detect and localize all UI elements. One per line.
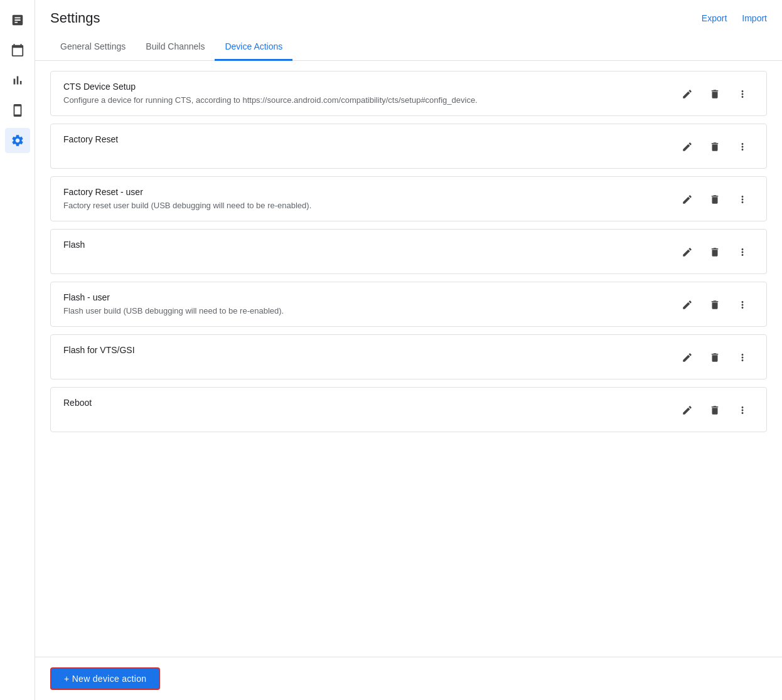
action-card-body: Flash (63, 240, 666, 253)
action-card-title: Reboot (63, 398, 666, 408)
import-link[interactable]: Import (742, 13, 767, 23)
sidebar-item-calendar[interactable] (5, 38, 30, 63)
action-card-body: Flash for VTS/GSI (63, 345, 666, 359)
calendar-icon (11, 43, 24, 57)
action-card-title: Factory Reset - user (63, 187, 666, 197)
action-card-flash: Flash (50, 229, 767, 274)
action-card-title: Factory Reset (63, 134, 666, 144)
pencil-icon (682, 141, 693, 152)
sidebar-item-charts[interactable] (5, 68, 30, 93)
trash-icon (709, 299, 720, 310)
delete-button[interactable] (704, 294, 726, 316)
tabs: General Settings Build Channels Device A… (35, 34, 782, 61)
action-card-controls (676, 134, 754, 158)
trash-icon (709, 247, 720, 258)
action-card-body: Factory Reset - userFactory reset user b… (63, 187, 666, 210)
delete-button[interactable] (704, 346, 726, 369)
header: Settings Export Import (35, 0, 782, 26)
action-card-title: CTS Device Setup (63, 82, 666, 92)
edit-button[interactable] (676, 83, 699, 105)
edit-button[interactable] (676, 241, 699, 263)
more-button[interactable] (731, 346, 754, 369)
content-area: CTS Device SetupConfigure a device for r… (35, 61, 782, 657)
action-card-description: Factory reset user build (USB debugging … (63, 201, 666, 210)
trash-icon (709, 141, 720, 152)
more-button[interactable] (731, 83, 754, 105)
tab-general-settings[interactable]: General Settings (50, 34, 136, 61)
action-card-controls (676, 292, 754, 316)
pencil-icon (682, 405, 693, 416)
action-card-title: Flash - user (63, 292, 666, 302)
action-card-body: CTS Device SetupConfigure a device for r… (63, 82, 666, 105)
settings-icon (11, 134, 24, 147)
reports-icon (11, 13, 24, 27)
delete-button[interactable] (704, 135, 726, 158)
header-actions: Export Import (702, 13, 767, 23)
delete-button[interactable] (704, 83, 726, 105)
sidebar-item-device[interactable] (5, 98, 30, 123)
action-card-factory_reset_user: Factory Reset - userFactory reset user b… (50, 176, 767, 221)
delete-button[interactable] (704, 399, 726, 422)
more-button[interactable] (731, 294, 754, 316)
tab-build-channels[interactable]: Build Channels (136, 34, 215, 61)
trash-icon (709, 352, 720, 363)
action-card-body: Factory Reset (63, 134, 666, 148)
more-vert-icon (737, 352, 748, 363)
action-card-controls (676, 240, 754, 263)
edit-button[interactable] (676, 188, 699, 211)
edit-button[interactable] (676, 135, 699, 158)
action-card-controls (676, 187, 754, 211)
delete-button[interactable] (704, 188, 726, 211)
device-icon (11, 103, 24, 117)
more-button[interactable] (731, 399, 754, 422)
main-content: Settings Export Import General Settings … (35, 0, 782, 700)
trash-icon (709, 405, 720, 416)
more-vert-icon (737, 247, 748, 258)
more-vert-icon (737, 141, 748, 152)
more-vert-icon (737, 299, 748, 310)
sidebar-item-settings[interactable] (5, 128, 30, 153)
trash-icon (709, 194, 720, 205)
action-card-title: Flash (63, 240, 666, 250)
more-button[interactable] (731, 241, 754, 263)
new-device-action-button[interactable]: + New device action (50, 667, 160, 690)
action-card-title: Flash for VTS/GSI (63, 345, 666, 355)
action-card-controls (676, 398, 754, 422)
more-vert-icon (737, 405, 748, 416)
pencil-icon (682, 194, 693, 205)
action-card-body: Reboot (63, 398, 666, 411)
action-card-flash_vts_gsi: Flash for VTS/GSI (50, 334, 767, 379)
page-title: Settings (50, 10, 100, 26)
action-card-description: Configure a device for running CTS, acco… (63, 95, 666, 105)
more-button[interactable] (731, 135, 754, 158)
pencil-icon (682, 88, 693, 100)
action-card-reboot: Reboot (50, 387, 767, 432)
action-card-controls (676, 82, 754, 105)
footer: + New device action (35, 657, 782, 700)
sidebar (0, 0, 35, 700)
action-card-cts_device_setup: CTS Device SetupConfigure a device for r… (50, 71, 767, 116)
pencil-icon (682, 299, 693, 310)
delete-button[interactable] (704, 241, 726, 263)
trash-icon (709, 88, 720, 100)
action-card-factory_reset: Factory Reset (50, 124, 767, 169)
edit-button[interactable] (676, 294, 699, 316)
pencil-icon (682, 247, 693, 258)
edit-button[interactable] (676, 346, 699, 369)
action-card-controls (676, 345, 754, 369)
charts-icon (11, 73, 24, 87)
sidebar-item-reports[interactable] (5, 8, 30, 33)
action-card-body: Flash - userFlash user build (USB debugg… (63, 292, 666, 316)
tab-device-actions[interactable]: Device Actions (215, 34, 292, 61)
more-vert-icon (737, 194, 748, 205)
action-card-description: Flash user build (USB debugging will nee… (63, 306, 666, 316)
edit-button[interactable] (676, 399, 699, 422)
more-button[interactable] (731, 188, 754, 211)
more-vert-icon (737, 88, 748, 100)
export-link[interactable]: Export (702, 13, 727, 23)
pencil-icon (682, 352, 693, 363)
action-card-flash_user: Flash - userFlash user build (USB debugg… (50, 282, 767, 327)
